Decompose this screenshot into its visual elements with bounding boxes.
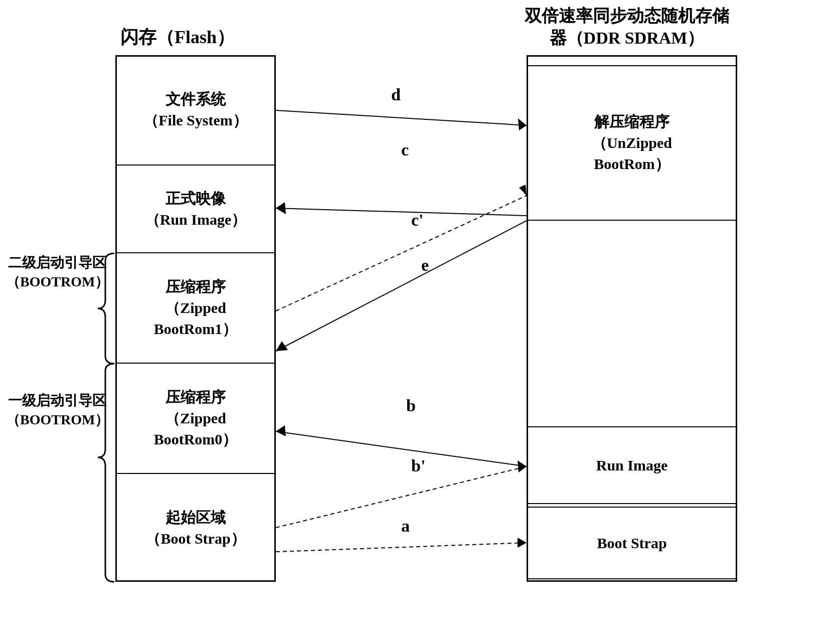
zipped0-label: 压缩程序 （Zipped BootRom0） (154, 387, 238, 450)
svg-marker-5 (518, 460, 527, 472)
zipped1-section: 压缩程序 （Zipped BootRom1） (115, 253, 276, 364)
level1-label: 一级启动引导区 （BOOTROM） (6, 391, 106, 429)
svg-marker-1 (518, 538, 527, 548)
ddr-run-image-section: Run Image (527, 426, 737, 504)
zipped0-section: 压缩程序 （Zipped BootRom0） (115, 364, 276, 474)
svg-line-8 (276, 196, 527, 311)
run-image-section: 正式映像 （Run Image） (115, 166, 276, 253)
ddr-unzipped-label: 解压缩程序 （UnZipped BootRom） (592, 111, 672, 175)
svg-marker-3 (276, 425, 286, 436)
boot-strap-flash-label: 起始区域 （Boot Strap） (145, 507, 245, 549)
ddr-boot-strap-label: Boot Strap (597, 533, 666, 554)
run-image-flash-label: 正式映像 （Run Image） (145, 188, 247, 230)
svg-text:e: e (421, 256, 429, 274)
svg-text:b: b (406, 396, 416, 415)
svg-line-10 (276, 110, 527, 125)
level2-label: 二级启动引导区 （BOOTROM） (6, 253, 106, 291)
svg-line-6 (276, 208, 527, 216)
svg-marker-7 (276, 202, 286, 214)
ddr-unzipped-section: 解压缩程序 （UnZipped BootRom） (527, 65, 737, 221)
diagram: 闪存（Flash） 双倍速率同步动态随机存储 器（DDR SDRAM） 文件系统… (0, 0, 840, 641)
svg-text:b': b' (411, 456, 425, 475)
svg-line-2 (276, 431, 527, 466)
svg-text:c: c (401, 140, 409, 159)
svg-marker-13 (276, 341, 288, 351)
ddr-boot-strap-section: Boot Strap (527, 507, 737, 579)
ddr-label: 双倍速率同步动态随机存储 器（DDR SDRAM） (501, 5, 752, 49)
file-system-section: 文件系统 （File System） (115, 55, 276, 166)
svg-text:d: d (391, 85, 401, 104)
ddr-run-image-label: Run Image (596, 455, 668, 476)
svg-marker-11 (518, 118, 527, 130)
zipped1-label: 压缩程序 （Zipped BootRom1） (154, 276, 238, 340)
svg-marker-9 (519, 185, 527, 196)
svg-line-4 (276, 466, 527, 528)
svg-line-0 (276, 543, 527, 552)
file-system-label: 文件系统 （File System） (143, 89, 247, 131)
svg-text:a: a (401, 517, 410, 535)
svg-text:c': c' (411, 211, 424, 229)
boot-strap-flash-section: 起始区域 （Boot Strap） (115, 474, 276, 582)
flash-label: 闪存（Flash） (120, 25, 235, 50)
svg-line-12 (276, 221, 527, 351)
